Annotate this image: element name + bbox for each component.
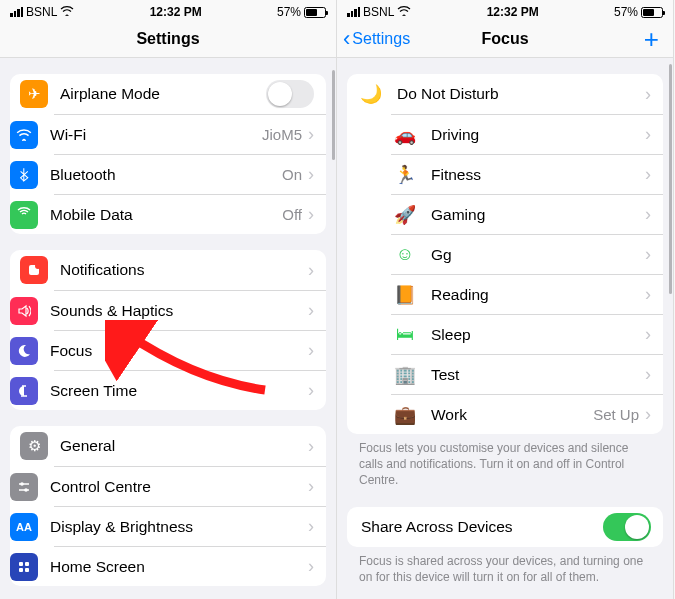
status-bar: BSNL 12:32 PM 57% <box>337 0 673 20</box>
airplane-toggle[interactable] <box>266 80 314 108</box>
scrollbar[interactable] <box>332 70 335 160</box>
add-button[interactable]: + <box>644 26 659 52</box>
scrollbar[interactable] <box>669 64 672 294</box>
battery-icon <box>304 7 326 18</box>
focus-row-reading[interactable]: 📙Reading› <box>391 274 663 314</box>
svg-point-3 <box>24 488 28 492</box>
row-label: Reading <box>431 286 645 304</box>
focus-row-gaming[interactable]: 🚀Gaming› <box>391 194 663 234</box>
signal-icon <box>347 7 360 17</box>
row-mobile-data[interactable]: Mobile Data Off › <box>54 194 326 234</box>
signal-icon <box>10 7 23 17</box>
row-value: On <box>282 166 302 183</box>
status-bar: BSNL 12:32 PM 57% <box>0 0 336 20</box>
page-title: Settings <box>136 30 199 48</box>
wifi-icon <box>10 121 38 149</box>
row-general[interactable]: ⚙ General › <box>10 426 326 466</box>
footer-text: Focus is shared across your devices, and… <box>337 547 673 587</box>
focus-item-icon: 🛏 <box>391 321 419 349</box>
chevron-icon: › <box>645 244 651 265</box>
row-home-screen[interactable]: Home Screen › <box>54 546 326 586</box>
chevron-icon: › <box>308 516 314 537</box>
svg-rect-4 <box>19 562 23 566</box>
chevron-left-icon: ‹ <box>343 26 350 52</box>
row-label: Share Across Devices <box>361 518 603 536</box>
row-airplane[interactable]: ✈ Airplane Mode <box>10 74 326 114</box>
group-connectivity: ✈ Airplane Mode Wi-Fi JioM5 › Bluetooth … <box>10 74 326 234</box>
group-attention: Notifications › Sounds & Haptics › Focus… <box>10 250 326 410</box>
row-value: Off <box>282 206 302 223</box>
airplane-icon: ✈ <box>20 80 48 108</box>
bluetooth-icon <box>10 161 38 189</box>
screen-time-icon <box>10 377 38 405</box>
carrier-text: BSNL <box>363 5 394 19</box>
row-label: Test <box>431 366 645 384</box>
focus-row-test[interactable]: 🏢Test› <box>391 354 663 394</box>
focus-icon <box>10 337 38 365</box>
focus-row-gg[interactable]: ☺Gg› <box>391 234 663 274</box>
wifi-icon <box>60 5 74 19</box>
focus-item-icon: 🚗 <box>391 121 419 149</box>
row-label: General <box>60 437 308 455</box>
svg-rect-5 <box>25 562 29 566</box>
chevron-icon: › <box>645 404 651 425</box>
chevron-icon: › <box>308 124 314 145</box>
chevron-icon: › <box>645 204 651 225</box>
row-label: Work <box>431 406 593 424</box>
row-label: Airplane Mode <box>60 85 266 103</box>
focus-row-fitness[interactable]: 🏃Fitness› <box>391 154 663 194</box>
row-label: Driving <box>431 126 645 144</box>
clock-text: 12:32 PM <box>150 5 202 19</box>
row-label: Screen Time <box>50 382 308 400</box>
row-share-across[interactable]: Share Across Devices <box>347 507 663 547</box>
wifi-icon <box>397 5 411 19</box>
focus-list: 🌙Do Not Disturb›🚗Driving›🏃Fitness›🚀Gamin… <box>347 74 663 434</box>
back-button[interactable]: ‹ Settings <box>343 26 410 52</box>
chevron-icon: › <box>308 164 314 185</box>
row-notifications[interactable]: Notifications › <box>10 250 326 290</box>
chevron-icon: › <box>308 260 314 281</box>
chevron-icon: › <box>308 340 314 361</box>
chevron-icon: › <box>308 556 314 577</box>
row-value: Set Up <box>593 406 639 423</box>
focus-row-driving[interactable]: 🚗Driving› <box>391 114 663 154</box>
carrier-text: BSNL <box>26 5 57 19</box>
row-bluetooth[interactable]: Bluetooth On › <box>54 154 326 194</box>
row-label: Home Screen <box>50 558 308 576</box>
focus-row-do-not-disturb[interactable]: 🌙Do Not Disturb› <box>347 74 663 114</box>
row-label: Control Centre <box>50 478 308 496</box>
sounds-icon <box>10 297 38 325</box>
settings-screen: BSNL 12:32 PM 57% Settings ✈ Airplane Mo… <box>0 0 337 599</box>
row-label: Wi-Fi <box>50 126 262 144</box>
control-centre-icon <box>10 473 38 501</box>
focus-screen: BSNL 12:32 PM 57% ‹ Settings Focus + 🌙Do… <box>337 0 674 599</box>
svg-rect-6 <box>19 568 23 572</box>
gear-icon: ⚙ <box>20 432 48 460</box>
focus-item-icon: 🏢 <box>391 361 419 389</box>
mobile-data-icon <box>10 201 38 229</box>
clock-text: 12:32 PM <box>487 5 539 19</box>
row-wifi[interactable]: Wi-Fi JioM5 › <box>54 114 326 154</box>
display-icon: AA <box>10 513 38 541</box>
battery-pct: 57% <box>277 5 301 19</box>
chevron-icon: › <box>308 380 314 401</box>
focus-row-work[interactable]: 💼WorkSet Up› <box>391 394 663 434</box>
chevron-icon: › <box>645 364 651 385</box>
share-toggle[interactable] <box>603 513 651 541</box>
battery-pct: 57% <box>614 5 638 19</box>
row-display[interactable]: AA Display & Brightness › <box>54 506 326 546</box>
row-label: Mobile Data <box>50 206 282 224</box>
focus-item-icon: 🚀 <box>391 201 419 229</box>
chevron-icon: › <box>308 204 314 225</box>
row-control-centre[interactable]: Control Centre › <box>54 466 326 506</box>
focus-row-sleep[interactable]: 🛏Sleep› <box>391 314 663 354</box>
row-screen-time[interactable]: Screen Time › <box>54 370 326 410</box>
row-focus[interactable]: Focus › <box>54 330 326 370</box>
group-share: Share Across Devices <box>347 507 663 547</box>
row-sounds[interactable]: Sounds & Haptics › <box>54 290 326 330</box>
row-label: Gg <box>431 246 645 264</box>
svg-point-1 <box>35 263 41 269</box>
chevron-icon: › <box>308 300 314 321</box>
group-general: ⚙ General › Control Centre › AA Display … <box>10 426 326 586</box>
chevron-icon: › <box>645 164 651 185</box>
